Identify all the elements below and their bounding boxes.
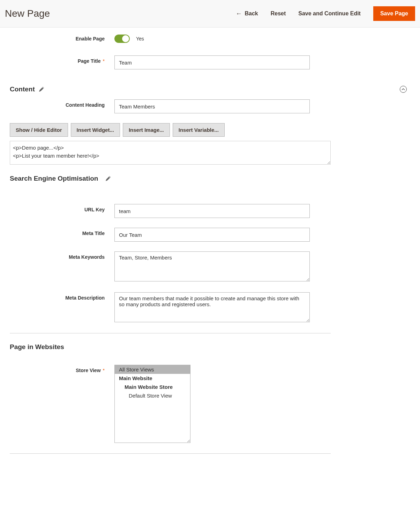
content-area: Enable Page Yes Page Title Content Conte…	[0, 35, 420, 454]
arrow-left-icon: ←	[235, 10, 242, 17]
meta-keywords-row: Meta Keywords	[10, 251, 410, 282]
reset-label: Reset	[271, 10, 286, 17]
show-hide-editor-button[interactable]: Show / Hide Editor	[10, 123, 68, 137]
enable-page-label: Enable Page	[10, 36, 114, 42]
content-section-title: Content	[10, 85, 35, 93]
store-option-main-website[interactable]: Main Website	[115, 374, 190, 383]
enable-page-toggle[interactable]	[114, 35, 130, 43]
toggle-knob	[122, 35, 129, 42]
insert-image-button[interactable]: Insert Image...	[123, 123, 170, 137]
page-title: New Page	[5, 8, 50, 19]
store-view-row: Store View All Store Views Main Website …	[10, 365, 410, 443]
meta-title-input[interactable]	[114, 228, 310, 242]
divider	[10, 333, 331, 333]
pencil-icon	[39, 87, 44, 92]
insert-widget-button[interactable]: Insert Widget...	[71, 123, 120, 137]
content-editor[interactable]	[10, 141, 331, 165]
enable-page-row: Enable Page Yes	[10, 35, 410, 43]
websites-section-header[interactable]: Page in Websites	[10, 337, 410, 357]
websites-section-title: Page in Websites	[10, 343, 64, 351]
websites-section: Page in Websites Store View All Store Vi…	[10, 337, 410, 454]
page-header: New Page ← Back Reset Save and Continue …	[0, 0, 420, 28]
page-title-input[interactable]	[114, 55, 310, 69]
meta-keywords-label: Meta Keywords	[10, 251, 114, 260]
insert-variable-button[interactable]: Insert Variable...	[173, 123, 225, 137]
content-section: Content Content Heading Show / Hide Edit…	[10, 79, 410, 168]
meta-description-input[interactable]	[114, 292, 310, 322]
back-button[interactable]: ← Back	[235, 10, 258, 17]
store-option-all[interactable]: All Store Views	[115, 365, 190, 374]
content-heading-input[interactable]	[114, 99, 310, 113]
editor-toolbar: Show / Hide Editor Insert Widget... Inse…	[10, 123, 410, 137]
page-title-row: Page Title	[10, 55, 410, 69]
seo-section-title: Search Engine Optimisation	[10, 175, 98, 182]
divider	[10, 453, 331, 454]
meta-title-label: Meta Title	[10, 228, 114, 236]
seo-section: Search Engine Optimisation URL Key Meta …	[10, 171, 410, 333]
page-title-label: Page Title	[10, 55, 114, 64]
content-section-header[interactable]: Content	[10, 79, 410, 99]
url-key-label: URL Key	[10, 204, 114, 212]
meta-description-label: Meta Description	[10, 292, 114, 301]
back-label: Back	[245, 10, 258, 17]
store-view-select[interactable]: All Store Views Main Website Main Websit…	[114, 365, 190, 443]
meta-description-row: Meta Description	[10, 292, 410, 323]
store-option-main-website-store[interactable]: Main Website Store	[115, 383, 190, 391]
store-option-default-store-view[interactable]: Default Store View	[115, 391, 190, 400]
save-continue-label: Save and Continue Edit	[298, 10, 361, 17]
save-page-button[interactable]: Save Page	[373, 6, 415, 21]
header-actions: ← Back Reset Save and Continue Edit Save…	[235, 6, 415, 21]
enable-page-value: Yes	[136, 36, 144, 42]
url-key-input[interactable]	[114, 204, 310, 218]
content-heading-row: Content Heading	[10, 99, 410, 113]
meta-keywords-input[interactable]	[114, 251, 310, 281]
collapse-icon[interactable]	[400, 86, 407, 93]
save-continue-button[interactable]: Save and Continue Edit	[298, 10, 361, 17]
seo-section-header[interactable]: Search Engine Optimisation	[10, 171, 410, 190]
pencil-icon	[106, 176, 111, 181]
content-heading-label: Content Heading	[10, 99, 114, 108]
reset-button[interactable]: Reset	[271, 10, 286, 17]
meta-title-row: Meta Title	[10, 228, 410, 242]
store-view-label: Store View	[10, 365, 114, 373]
url-key-row: URL Key	[10, 204, 410, 218]
